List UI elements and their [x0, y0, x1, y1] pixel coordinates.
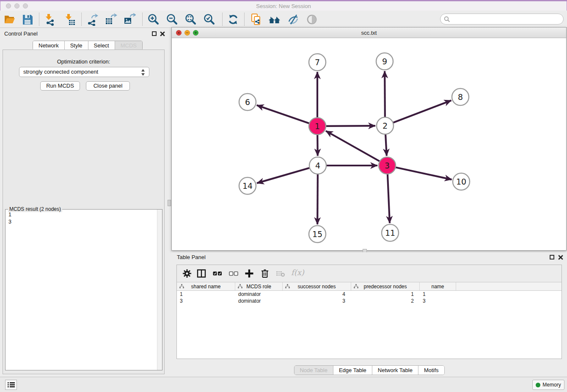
search-input[interactable]: [452, 14, 560, 24]
run-mcds-button[interactable]: Run MCDS: [40, 81, 80, 91]
function-builder-icon[interactable]: f(x): [291, 268, 304, 277]
memory-label: Memory: [542, 382, 561, 388]
birds-eye-view-icon[interactable]: [306, 13, 318, 26]
svg-text:4: 4: [315, 161, 320, 170]
add-column-icon[interactable]: [244, 268, 254, 279]
home-icon[interactable]: [268, 13, 281, 26]
column-label: name: [431, 284, 444, 290]
network-graph[interactable]: 7968124314101511: [172, 38, 566, 250]
clone-network-icon[interactable]: [250, 13, 262, 26]
delete-column-icon[interactable]: [260, 268, 270, 279]
float-panel-icon[interactable]: [152, 31, 157, 36]
tab-select[interactable]: Select: [88, 41, 115, 50]
cell-successor-nodes[interactable]: 4: [283, 291, 351, 298]
open-session-icon[interactable]: [3, 13, 16, 26]
column-header-name[interactable]: name: [420, 282, 456, 290]
graph-node-15[interactable]: 15: [309, 226, 326, 243]
show-panels-list-icon[interactable]: [5, 380, 17, 390]
hide-graphics-details-icon[interactable]: [287, 13, 300, 26]
close-panel-button[interactable]: Close panel: [86, 81, 130, 91]
export-network-icon[interactable]: [86, 13, 99, 26]
mcds-panel: Optimization criterion: strongly connect…: [3, 50, 165, 374]
criterion-dropdown[interactable]: strongly connected component: [19, 67, 149, 77]
graph-node-8[interactable]: 8: [452, 88, 469, 105]
mcds-result-text[interactable]: 1 3: [8, 211, 155, 368]
zoom-in-icon[interactable]: [147, 13, 160, 26]
float-panel-icon[interactable]: [550, 255, 554, 259]
tab-network-table[interactable]: Network Table: [372, 366, 418, 375]
graph-node-10[interactable]: 10: [453, 173, 470, 190]
export-image-icon[interactable]: [123, 13, 136, 26]
result-scrollbar[interactable]: [157, 210, 162, 370]
window-title: Session: New Session: [0, 3, 567, 9]
column-tree-icon: [238, 284, 242, 289]
graph-node-2[interactable]: 2: [377, 117, 394, 134]
graph-edge-3-1[interactable]: [326, 131, 387, 166]
column-header-shared-name[interactable]: shared name: [177, 282, 235, 290]
table-settings-icon[interactable]: [182, 268, 192, 279]
cell-name[interactable]: 3: [420, 298, 456, 304]
tab-node-table[interactable]: Node Table: [294, 366, 333, 375]
close-panel-icon[interactable]: [558, 255, 563, 260]
cell-predecessor-nodes[interactable]: 1: [351, 291, 420, 298]
svg-text:3: 3: [385, 161, 390, 170]
graph-node-4[interactable]: 4: [309, 157, 326, 174]
column-header-successor-nodes[interactable]: successor nodes: [283, 282, 351, 290]
svg-text:2: 2: [383, 121, 388, 130]
graph-node-1[interactable]: 1: [309, 118, 326, 135]
control-panel-title: Control Panel: [4, 30, 38, 37]
refresh-layout-icon[interactable]: [227, 13, 239, 26]
memory-button[interactable]: Memory: [532, 380, 564, 390]
graph-node-14[interactable]: 14: [239, 177, 256, 194]
toolbar-separator: [81, 13, 82, 26]
table-toolbar: f(x): [177, 265, 561, 282]
delete-table-icon[interactable]: [275, 268, 286, 279]
tab-style[interactable]: Style: [64, 41, 88, 50]
cell-predecessor-nodes[interactable]: 2: [351, 298, 420, 304]
cell-name[interactable]: 1: [420, 291, 456, 298]
cell-successor-nodes[interactable]: 3: [283, 298, 351, 304]
toolbar-separator: [244, 13, 245, 26]
cell-shared-name[interactable]: 1: [177, 291, 235, 298]
tab-edge-table[interactable]: Edge Table: [333, 366, 372, 375]
graph-node-7[interactable]: 7: [309, 54, 326, 71]
table-row-1[interactable]: 3dominator323: [177, 298, 561, 304]
show-columns-icon[interactable]: [196, 268, 206, 279]
tab-motifs[interactable]: Motifs: [418, 366, 444, 375]
graph-edge-2-8[interactable]: [385, 100, 451, 126]
network-window-titlebar[interactable]: scc.txt: [172, 28, 566, 38]
table-row-0[interactable]: 1dominator411: [177, 291, 561, 298]
cell-mcds-role[interactable]: dominator: [235, 298, 283, 304]
graph-node-6[interactable]: 6: [239, 94, 256, 110]
zoom-fit-icon[interactable]: [184, 13, 197, 26]
table-panel: Table Panel f(x) shared nameMCDS rolesuc…: [171, 252, 567, 377]
column-header-mcds-role[interactable]: MCDS role: [235, 282, 283, 290]
graph-node-9[interactable]: 9: [376, 53, 393, 70]
network-canvas[interactable]: 7968124314101511: [172, 38, 566, 250]
column-header-predecessor-nodes[interactable]: predecessor nodes: [351, 282, 420, 290]
svg-text:10: 10: [456, 177, 466, 186]
close-panel-icon[interactable]: [160, 31, 165, 36]
import-table-icon[interactable]: [63, 13, 76, 26]
table-tabs: Node TableEdge TableNetwork TableMotifs: [294, 365, 444, 375]
cell-mcds-role[interactable]: dominator: [235, 291, 283, 298]
zoom-selected-icon[interactable]: [203, 13, 215, 26]
graph-node-3[interactable]: 3: [379, 157, 396, 174]
graph-edge-1-6[interactable]: [257, 105, 317, 126]
mcds-result-box: MCDS result (2 nodes) 1 3: [5, 209, 162, 370]
cell-shared-name[interactable]: 3: [177, 298, 235, 304]
import-network-icon[interactable]: [44, 13, 56, 26]
select-all-icon[interactable]: [212, 268, 223, 279]
tab-mcds[interactable]: MCDS: [115, 41, 142, 50]
graph-node-11[interactable]: 11: [382, 224, 399, 241]
panel-splitter-grip[interactable]: [168, 200, 171, 206]
tab-network[interactable]: Network: [33, 41, 64, 50]
deselect-all-icon[interactable]: [228, 268, 239, 279]
graph-edge-4-14[interactable]: [257, 166, 318, 183]
export-table-icon[interactable]: [105, 13, 117, 26]
graph-edge-3-10[interactable]: [387, 166, 452, 179]
save-session-icon[interactable]: [21, 13, 34, 26]
network-window-title: scc.txt: [172, 30, 566, 36]
table-header-row: shared nameMCDS rolesuccessor nodesprede…: [177, 282, 561, 291]
zoom-out-icon[interactable]: [165, 13, 178, 26]
